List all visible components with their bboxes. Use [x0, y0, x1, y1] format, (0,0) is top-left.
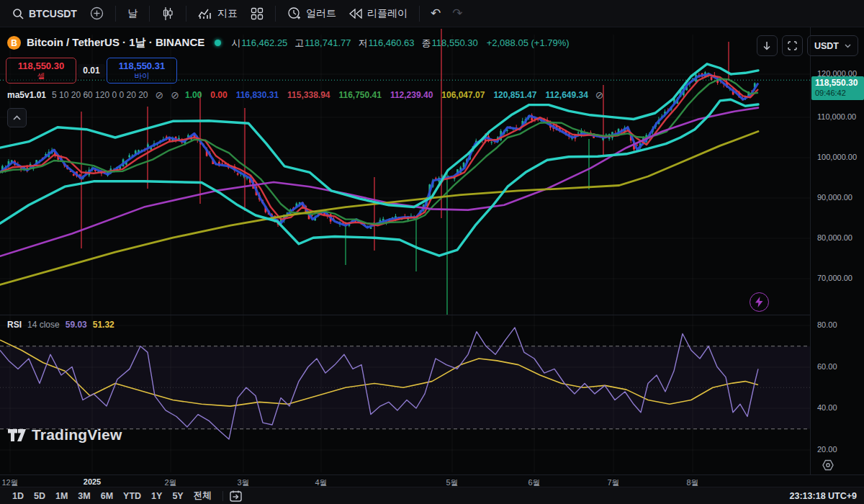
symbol-search-label: BTCUSDT: [29, 8, 77, 19]
replay-label: 리플레이: [367, 7, 408, 20]
buy-price: 118,550.31: [119, 61, 165, 71]
axis-tick-label: 70,000.00: [817, 274, 852, 282]
timezone-clock[interactable]: 23:13:18 UTC+9: [790, 491, 857, 501]
high-label: 고: [294, 37, 304, 48]
chart-top-right-controls: USDT: [757, 35, 858, 56]
bottom-toolbar: 1D5D1M3M6MYTD1Y5Y전체 23:13:18 UTC+9: [0, 487, 864, 504]
toolbar-divider: [275, 6, 276, 22]
range-button-ytd[interactable]: YTD: [118, 490, 146, 503]
price-axis[interactable]: 118,550.30 09:46:42 120,000.00110,000.00…: [810, 27, 864, 487]
indicator-value: 112,239.40: [390, 90, 433, 100]
undo-button[interactable]: ↶: [425, 4, 446, 22]
currency-selector[interactable]: USDT: [807, 35, 858, 56]
toolbar-divider: [222, 491, 223, 501]
range-buttons: 1D5D1M3M6MYTD1Y5Y전체: [7, 488, 217, 503]
indicator-value: 115,338.94: [287, 90, 330, 100]
visibility-off-icon[interactable]: ⊘: [171, 89, 179, 101]
watermark-text: TradingView: [32, 426, 122, 444]
lightning-icon[interactable]: [750, 292, 769, 312]
market-status-dot[interactable]: [215, 40, 221, 46]
range-button-1d[interactable]: 1D: [7, 490, 29, 503]
open-label: 시: [231, 37, 240, 48]
buy-label: 바이: [135, 72, 150, 80]
visibility-off-icon[interactable]: ⊘: [156, 89, 164, 101]
low-value: 116,460.63: [368, 37, 414, 48]
sell-label: 셀: [37, 72, 45, 80]
interval-button[interactable]: 날: [121, 4, 144, 23]
indicator-value: 106,047.07: [441, 90, 485, 100]
axis-tick-label: 80,000.00: [817, 233, 852, 242]
range-button-3m[interactable]: 3M: [73, 490, 95, 503]
rsi-value: 59.03: [66, 320, 87, 330]
compare-add-button[interactable]: [84, 4, 110, 23]
range-button-6m[interactable]: 6M: [96, 490, 118, 503]
indicator-value: 116,750.41: [339, 90, 382, 100]
alert-button[interactable]: 얼러트: [281, 4, 343, 23]
fullscreen-icon: [788, 41, 797, 50]
indicator-templates-button[interactable]: [244, 4, 270, 23]
toolbar-divider: [186, 6, 186, 22]
replay-button[interactable]: 리플레이: [343, 4, 414, 23]
range-button-1m[interactable]: 1M: [50, 490, 73, 503]
redo-button[interactable]: ↷: [446, 4, 468, 22]
change-value: +2,088.05 (+1.79%): [487, 37, 570, 48]
rsi-legend[interactable]: RSI 14 close 59.03 51.32: [7, 320, 114, 330]
tradingview-watermark[interactable]: TradingView: [7, 426, 122, 444]
time-axis[interactable]: 12월20252월3월4월5월6월7월8월: [0, 474, 864, 487]
range-button-5y[interactable]: 5Y: [167, 490, 188, 503]
symbol-title[interactable]: Bitcoin / TetherUS · 1날 · BINANCE: [27, 36, 204, 50]
range-button-5d[interactable]: 5D: [29, 490, 50, 503]
rsi-params: 14 close: [27, 320, 60, 330]
indicator-values: 1.000.00116,830.31115,338.94116,750.4111…: [185, 90, 588, 100]
rsi-signal-value: 51.32: [93, 320, 114, 330]
sell-price: 118,550.30: [18, 61, 64, 71]
open-value: 116,462.25: [241, 37, 287, 48]
scroll-down-button[interactable]: [757, 35, 778, 56]
indicator-value: 120,851.47: [493, 90, 536, 100]
arrow-down-icon: [762, 41, 771, 50]
high-value: 118,741.77: [305, 37, 351, 48]
axis-tick-label: 60.00: [817, 362, 837, 371]
axis-tick-label: 110,000.00: [817, 112, 856, 121]
candlestick-icon: [161, 6, 174, 21]
indicators-button[interactable]: 지표: [192, 4, 244, 23]
axis-tick-label: 90,000.00: [817, 193, 852, 202]
go-to-date-button[interactable]: [229, 490, 243, 503]
symbol-search-button[interactable]: BTCUSDT: [6, 5, 84, 22]
order-panel: 118,550.30 셀 0.01 118,550.31 바이: [6, 58, 177, 84]
indicator-legend[interactable]: ma5v1.01 5 10 20 60 120 0 0 20 20 ⊘ ⊘ 1.…: [7, 89, 604, 101]
legend-collapse-button[interactable]: [7, 108, 27, 127]
sell-button[interactable]: 118,550.30 셀: [6, 58, 76, 84]
indicator-value: 116,830.31: [236, 90, 279, 100]
close-value: 118,550.30: [432, 37, 478, 48]
visibility-off-icon[interactable]: ⊘: [595, 89, 604, 101]
alert-label: 얼러트: [306, 7, 336, 20]
axis-tick-label: 20.00: [817, 445, 837, 454]
buy-button[interactable]: 118,550.31 바이: [107, 58, 177, 84]
indicator-value: 0.00: [210, 90, 227, 100]
range-button-전체[interactable]: 전체: [189, 488, 217, 503]
top-toolbar: BTCUSDT 날 지표 얼러트 리플레이 ↶ ↷: [0, 0, 864, 27]
axis-tick-label: 40.00: [817, 403, 837, 412]
pane-divider[interactable]: [0, 315, 864, 315]
indicator-value: 112,649.34: [545, 90, 588, 100]
replay-rewind-icon: [349, 9, 362, 19]
calendar-icon: [229, 490, 243, 503]
chart-style-button[interactable]: [155, 4, 181, 24]
templates-grid-icon: [251, 7, 264, 20]
fullscreen-button[interactable]: [782, 35, 803, 56]
axis-tick-label: 120,000.00: [817, 69, 857, 78]
range-button-1y[interactable]: 1Y: [146, 490, 167, 503]
alert-clock-icon: [287, 6, 301, 20]
search-icon: [12, 8, 24, 19]
chevron-up-icon: [13, 115, 21, 120]
axis-settings-icon[interactable]: [821, 458, 835, 475]
current-price: 118,550.30: [815, 78, 860, 89]
currency-label: USDT: [814, 41, 839, 51]
indicator-value: 1.00: [185, 90, 202, 100]
indicator-name: ma5v1.01: [7, 90, 46, 100]
bitcoin-logo-icon: B: [7, 36, 21, 50]
plus-circle-icon: [90, 6, 104, 20]
chevron-down-icon: [845, 44, 851, 48]
toolbar-divider: [149, 6, 150, 22]
